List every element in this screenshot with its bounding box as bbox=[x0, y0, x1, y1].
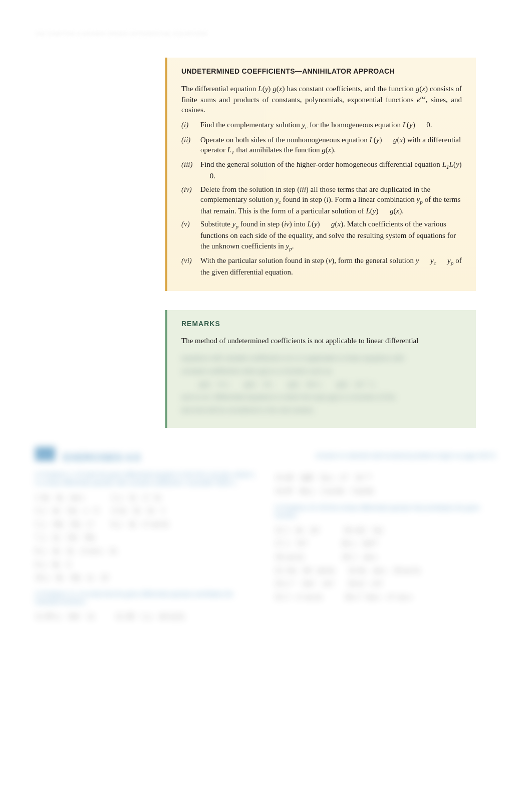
step-number: ii bbox=[181, 135, 200, 156]
step-number: iv bbox=[181, 184, 200, 216]
remarks-visible-text: The method of undetermined coefficients … bbox=[181, 336, 462, 346]
step-body: Find the complementary solution yc for t… bbox=[200, 120, 462, 131]
step-body: Find the general solution of the higher-… bbox=[200, 159, 462, 181]
method-step: viWith the particular solution found in … bbox=[181, 255, 462, 277]
method-summary-box: UNDETERMINED COEFFICIENTS—ANNIHILATOR AP… bbox=[165, 58, 476, 291]
exercises-title: EXERCISES 4.5 bbox=[63, 452, 140, 463]
step-body: With the particular solution found in st… bbox=[200, 255, 462, 277]
step-body: Substitute yp found in step (iv) into L(… bbox=[200, 219, 462, 252]
step-number: v bbox=[181, 219, 200, 252]
method-step: ivDelete from the solution in step (iii)… bbox=[181, 184, 462, 216]
method-step: iiOperate on both sides of the nonhomoge… bbox=[181, 135, 462, 156]
exercises-section: EXERCISES 4.5 Answers to selected odd-nu… bbox=[35, 447, 497, 623]
method-step: vSubstitute yp found in step (iv) into L… bbox=[181, 219, 462, 252]
method-steps-list: iFind the complementary solution yc for … bbox=[181, 120, 462, 277]
method-lead-paragraph: The differential equation L(y) g(x) has … bbox=[181, 84, 462, 115]
step-body: Delete from the solution in step (iii) a… bbox=[200, 184, 462, 216]
exercises-right-column: 13. (D 2)(D 5); y e²ˣ 3e⁻⁵ˣ14. D² 64; y … bbox=[275, 471, 497, 623]
remarks-box: REMARKS The method of undetermined coeff… bbox=[165, 310, 476, 428]
step-body: Operate on both sides of the nonhomogene… bbox=[200, 135, 462, 156]
step-number: i bbox=[181, 120, 200, 131]
step-number: vi bbox=[181, 255, 200, 277]
remarks-title: REMARKS bbox=[181, 319, 462, 329]
remarks-blurred-text: equations with variable coefficients nor… bbox=[181, 352, 462, 417]
step-number: iii bbox=[181, 159, 200, 181]
method-step: iiiFind the general solution of the high… bbox=[181, 159, 462, 181]
running-head: 156 CHAPTER 4 HIGHER-ORDER DIFFERENTIAL … bbox=[35, 30, 497, 38]
exercises-answers-note: Answers to selected odd-numbered problem… bbox=[316, 452, 497, 460]
exercises-badge bbox=[35, 447, 55, 461]
method-box-title: UNDETERMINED COEFFICIENTS—ANNIHILATOR AP… bbox=[181, 67, 462, 76]
exercises-left-column: In Problems 1–10 write the given differe… bbox=[35, 471, 257, 623]
method-step: iFind the complementary solution yc for … bbox=[181, 120, 462, 131]
